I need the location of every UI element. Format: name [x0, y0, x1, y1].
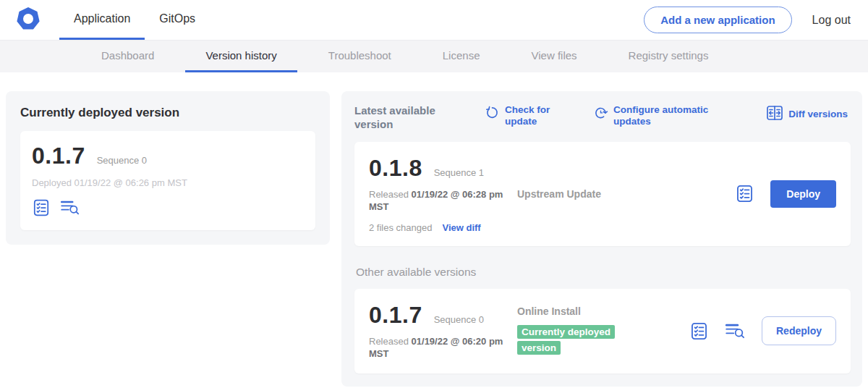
latest-version-source: Upstream Update	[517, 188, 651, 200]
subtab-license[interactable]: License	[422, 41, 501, 72]
subtab-view-files-label: View files	[531, 49, 576, 62]
deploy-logs-icon[interactable]	[725, 321, 746, 341]
subtab-dashboard[interactable]: Dashboard	[81, 41, 174, 72]
latest-version-number: 0.1.8	[369, 155, 422, 182]
diff-icon	[766, 104, 783, 124]
deployed-badge-wrap: Currently deployed version	[517, 324, 629, 356]
latest-version-card: 0.1.8 Sequence 1 Released 01/19/22 @ 06:…	[354, 142, 851, 246]
tab-application[interactable]: Application	[59, 0, 145, 40]
subtab-registry-settings[interactable]: Registry settings	[608, 41, 729, 72]
released-label: Released	[369, 336, 409, 347]
subtab-troubleshoot-label: Troubleshoot	[328, 49, 391, 62]
currently-deployed-badge: Currently deployed version	[517, 325, 615, 355]
other-sequence: Sequence 0	[434, 314, 484, 325]
subtab-license-label: License	[443, 49, 480, 62]
check-for-update-label: Check for update	[505, 104, 564, 127]
latest-files-row: 2 files changed View diff	[369, 222, 517, 233]
deployed-version-card: 0.1.7 Sequence 0 Deployed 01/19/22 @ 06:…	[20, 131, 315, 230]
heptagon-logo-icon	[16, 7, 41, 34]
config-checklist-icon[interactable]	[689, 321, 709, 341]
configure-automatic-updates-link[interactable]: Configure automatic updates	[593, 104, 718, 127]
subtab-version-history-label: Version history	[205, 49, 276, 62]
check-for-update-link[interactable]: Check for update	[485, 104, 564, 127]
refresh-icon	[485, 104, 500, 123]
config-checklist-icon[interactable]	[32, 198, 51, 217]
deployed-actions	[32, 198, 304, 217]
deployed-sequence: Sequence 0	[97, 155, 147, 166]
kots-admin-console: Application GitOps Add a new application…	[0, 0, 868, 388]
other-versions-title: Other available versions	[356, 266, 849, 279]
currently-deployed-panel: Currently deployed version 0.1.7 Sequenc…	[6, 91, 330, 245]
available-versions-panel: Latest available version Check for updat…	[341, 91, 862, 387]
config-checklist-icon[interactable]	[735, 184, 754, 203]
subtab-registry-settings-label: Registry settings	[629, 49, 709, 62]
currently-deployed-title: Currently deployed version	[20, 106, 315, 120]
other-released-line: Released 01/19/22 @ 06:20 pm MST	[369, 335, 514, 360]
redeploy-button[interactable]: Redeploy	[762, 316, 836, 345]
subtab-dashboard-label: Dashboard	[101, 49, 154, 62]
other-version-actions: Redeploy	[689, 316, 836, 345]
subtab-version-history[interactable]: Version history	[185, 41, 297, 72]
other-version-number: 0.1.7	[369, 302, 422, 329]
other-version-card: 0.1.7 Sequence 0 Released 01/19/22 @ 06:…	[354, 289, 851, 374]
main-content: Currently deployed version 0.1.7 Sequenc…	[0, 72, 868, 387]
schedule-update-icon	[593, 104, 608, 123]
latest-released-line: Released 01/19/22 @ 06:28 pm MST	[369, 188, 514, 214]
add-application-button[interactable]: Add a new application	[644, 7, 791, 33]
available-header: Latest available version Check for updat…	[354, 104, 851, 132]
app-logo[interactable]	[16, 0, 41, 40]
subtab-view-files[interactable]: View files	[511, 41, 597, 72]
tab-gitops-label: GitOps	[159, 12, 195, 25]
subtab-troubleshoot[interactable]: Troubleshoot	[308, 41, 412, 72]
latest-sequence: Sequence 1	[434, 167, 484, 178]
top-nav: Application GitOps Add a new application…	[0, 0, 868, 41]
files-changed-count: 2 files changed	[369, 222, 432, 233]
deploy-logs-icon[interactable]	[60, 198, 80, 217]
top-nav-right: Add a new application Log out	[644, 0, 851, 40]
app-sub-nav: Dashboard Version history Troubleshoot L…	[0, 41, 868, 72]
install-type: Online Install	[517, 305, 651, 317]
diff-versions-link[interactable]: Diff versions	[766, 104, 848, 124]
tab-gitops[interactable]: GitOps	[145, 0, 210, 40]
latest-version-info: 0.1.8 Sequence 1 Released 01/19/22 @ 06:…	[369, 155, 517, 233]
deployed-version-number: 0.1.7	[32, 143, 85, 169]
deployed-timestamp: Deployed 01/19/22 @ 06:26 pm MST	[32, 177, 304, 188]
diff-versions-label: Diff versions	[788, 109, 848, 120]
configure-automatic-updates-label: Configure automatic updates	[613, 104, 718, 127]
released-label: Released	[369, 189, 409, 200]
view-diff-link[interactable]: View diff	[442, 222, 480, 233]
other-version-info: 0.1.7 Sequence 0 Released 01/19/22 @ 06:…	[369, 302, 517, 360]
latest-version-actions: Deploy	[735, 180, 836, 208]
logout-link[interactable]: Log out	[812, 14, 851, 27]
deployed-version-row: 0.1.7 Sequence 0	[32, 143, 304, 169]
latest-available-title: Latest available version	[354, 104, 469, 132]
deploy-button[interactable]: Deploy	[770, 180, 836, 208]
other-version-source: Online Install Currently deployed versio…	[517, 305, 651, 356]
tab-application-label: Application	[74, 12, 130, 25]
